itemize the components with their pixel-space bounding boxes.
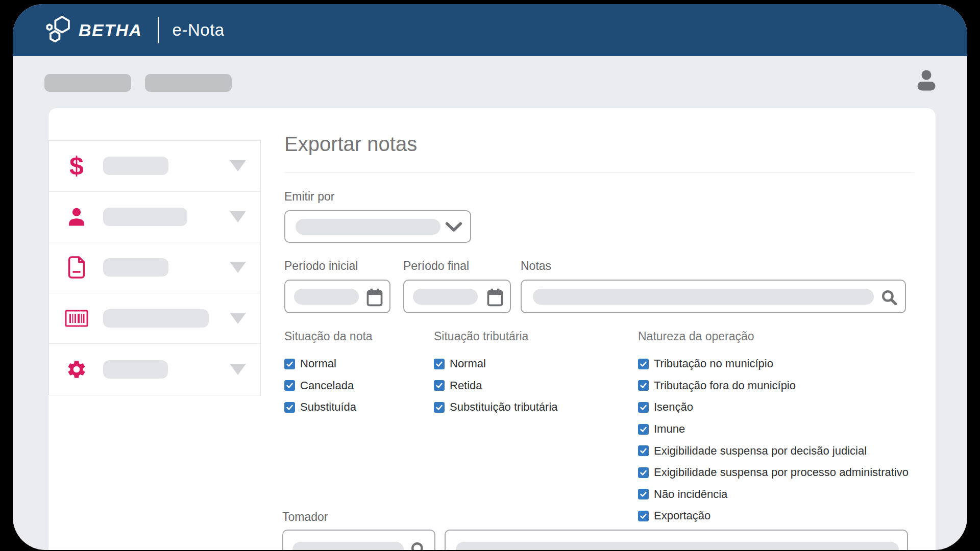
sidebar-item-document[interactable] bbox=[49, 242, 260, 293]
sidebar-item-settings[interactable] bbox=[49, 344, 260, 395]
content-card: $ bbox=[48, 108, 936, 550]
title-divider bbox=[284, 172, 914, 173]
checkbox-label: Não incidência bbox=[654, 488, 727, 501]
dollar-icon: $ bbox=[64, 153, 89, 179]
checkbox-checked-icon[interactable] bbox=[638, 445, 649, 456]
checkbox-row-retida[interactable]: Retida bbox=[434, 375, 558, 397]
checkbox-label: Exigibilidade suspensa por decisão judic… bbox=[654, 444, 867, 458]
sidebar-item-barcode[interactable] bbox=[49, 293, 260, 344]
checkbox-checked-icon[interactable] bbox=[284, 359, 295, 369]
checkbox-row-substituida[interactable]: Substituída bbox=[284, 396, 373, 418]
notas-value-placeholder bbox=[533, 289, 874, 305]
checkbox-row-imune[interactable]: Imune bbox=[638, 418, 909, 440]
emitir-por-select[interactable] bbox=[284, 210, 471, 243]
checkbox-checked-icon[interactable] bbox=[638, 489, 649, 499]
emitir-por-label: Emitir por bbox=[284, 190, 334, 204]
checkbox-checked-icon[interactable] bbox=[284, 380, 295, 391]
checkbox-checked-icon[interactable] bbox=[638, 380, 649, 391]
menu-label-placeholder bbox=[103, 208, 187, 226]
checkbox-label: Substituída bbox=[300, 400, 356, 414]
caret-down-icon bbox=[230, 364, 246, 375]
menu-label-placeholder bbox=[103, 258, 168, 277]
menu-label-placeholder bbox=[103, 309, 209, 328]
checkbox-row-exigibilidade-processo-administrativo[interactable]: Exigibilidade suspensa por processo admi… bbox=[638, 462, 909, 484]
tomador-name-input[interactable] bbox=[445, 530, 908, 550]
breadcrumb bbox=[44, 74, 232, 92]
checkbox-label: Exigibilidade suspensa por processo admi… bbox=[654, 466, 909, 479]
tomador-search-input[interactable] bbox=[282, 530, 435, 550]
sidebar-item-financial[interactable]: $ bbox=[49, 141, 260, 192]
checkbox-label: Normal bbox=[300, 357, 336, 370]
barcode-icon bbox=[64, 310, 89, 327]
checkbox-label: Normal bbox=[450, 357, 486, 370]
notas-input[interactable] bbox=[521, 280, 906, 313]
tomador-name-placeholder bbox=[456, 542, 899, 550]
checkbox-row-isencao[interactable]: Isenção bbox=[638, 396, 909, 418]
search-icon[interactable] bbox=[410, 541, 427, 550]
periodo-final-input[interactable] bbox=[403, 280, 511, 313]
checkbox-label: Tributação fora do município bbox=[654, 379, 796, 392]
user-icon[interactable] bbox=[915, 68, 938, 92]
gear-icon bbox=[64, 359, 89, 380]
sidebar-item-user[interactable] bbox=[49, 192, 260, 243]
group-title: Natureza da operação bbox=[638, 330, 909, 343]
product-name: e-Nota bbox=[173, 20, 225, 40]
menu-label-placeholder bbox=[103, 157, 168, 175]
tomador-value-placeholder bbox=[292, 542, 404, 550]
checkbox-label: Retida bbox=[450, 379, 482, 392]
betha-logo: BETHA e-Nota bbox=[45, 16, 225, 44]
caret-down-icon bbox=[230, 211, 246, 222]
breadcrumb-placeholder[interactable] bbox=[44, 74, 131, 92]
checkbox-row-cancelada[interactable]: Cancelada bbox=[284, 375, 373, 397]
checkbox-checked-icon[interactable] bbox=[638, 424, 649, 435]
checkbox-row-exportacao[interactable]: Exportação bbox=[638, 505, 909, 527]
checkbox-checked-icon[interactable] bbox=[284, 402, 295, 413]
periodo-final-label: Período final bbox=[403, 259, 469, 273]
breadcrumb-placeholder[interactable] bbox=[145, 74, 232, 92]
top-navbar: BETHA e-Nota bbox=[13, 4, 967, 56]
checkbox-checked-icon[interactable] bbox=[434, 402, 445, 413]
app-window: BETHA e-Nota $ bbox=[13, 4, 967, 550]
calendar-icon[interactable] bbox=[366, 288, 383, 307]
brand-name: BETHA bbox=[79, 20, 142, 40]
checkbox-label: Exportação bbox=[654, 509, 710, 522]
checkbox-row-trib-normal[interactable]: Normal bbox=[434, 353, 558, 375]
group-natureza-da-operacao: Natureza da operação Tributação no munic… bbox=[638, 330, 909, 527]
search-icon[interactable] bbox=[880, 289, 898, 306]
date-value-placeholder bbox=[413, 289, 478, 305]
checkbox-label: Tributação no município bbox=[654, 357, 773, 370]
logo-divider bbox=[158, 17, 159, 43]
person-icon bbox=[64, 206, 89, 228]
calendar-icon[interactable] bbox=[487, 288, 503, 307]
checkbox-row-exigibilidade-decisao-judicial[interactable]: Exigibilidade suspensa por decisão judic… bbox=[638, 440, 909, 462]
sidebar-menu: $ bbox=[48, 140, 261, 395]
caret-down-icon bbox=[230, 262, 246, 273]
page-title: Exportar notas bbox=[284, 133, 417, 156]
checkbox-checked-icon[interactable] bbox=[638, 467, 649, 478]
checkbox-checked-icon[interactable] bbox=[638, 359, 649, 369]
chevron-down-icon[interactable] bbox=[445, 222, 462, 232]
checkbox-label: Substituição tributária bbox=[450, 400, 558, 414]
periodo-inicial-input[interactable] bbox=[284, 280, 390, 313]
caret-down-icon bbox=[230, 160, 246, 171]
checkbox-row-nao-incidencia[interactable]: Não incidência bbox=[638, 484, 909, 506]
periodo-inicial-label: Período inicial bbox=[284, 259, 358, 273]
group-situacao-tributaria: Situação tributária Normal Retida Substi… bbox=[434, 330, 558, 418]
group-title: Situação da nota bbox=[284, 330, 373, 343]
checkbox-row-substituicao-tributaria[interactable]: Substituição tributária bbox=[434, 396, 558, 418]
checkbox-checked-icon[interactable] bbox=[638, 511, 649, 521]
checkbox-row-tributacao-no-municipio[interactable]: Tributação no município bbox=[638, 353, 909, 375]
select-value-placeholder bbox=[296, 219, 440, 235]
document-icon bbox=[64, 256, 89, 279]
checkbox-label: Isenção bbox=[654, 400, 693, 414]
checkbox-checked-icon[interactable] bbox=[638, 402, 649, 413]
checkbox-row-tributacao-fora-do-municipio[interactable]: Tributação fora do município bbox=[638, 375, 909, 397]
checkbox-checked-icon[interactable] bbox=[434, 380, 445, 391]
checkbox-row-normal[interactable]: Normal bbox=[284, 353, 373, 375]
group-situacao-da-nota: Situação da nota Normal Cancelada Substi… bbox=[284, 330, 373, 418]
notas-label: Notas bbox=[521, 259, 551, 273]
tomador-label: Tomador bbox=[282, 510, 328, 524]
date-value-placeholder bbox=[294, 289, 359, 305]
checkbox-checked-icon[interactable] bbox=[434, 359, 445, 369]
menu-label-placeholder bbox=[103, 360, 168, 379]
